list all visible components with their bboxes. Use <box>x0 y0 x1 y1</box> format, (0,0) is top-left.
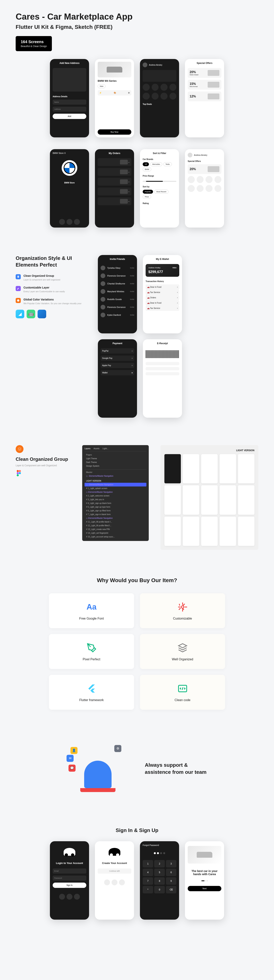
layer-item[interactable]: # 6_Light_sign up filled form <box>84 509 146 512</box>
brand-icon <box>206 176 212 183</box>
feature-desc: Layer & component are well organized <box>24 278 60 282</box>
page-item[interactable]: Design System <box>84 464 146 468</box>
phone-payment: Payment PayPal○ Google Pay○ Apple Pay○ W… <box>98 339 137 418</box>
chip: Popular <box>143 190 153 194</box>
signin-button: Sign In <box>53 883 86 888</box>
layer-item[interactable]: # 2_Light_welcome screen <box>84 494 146 498</box>
keypad-key: 4 <box>143 869 153 876</box>
avatar <box>101 289 105 294</box>
layer-item-selected[interactable]: ◇ Elements/Master Navigation <box>84 483 146 487</box>
artboard[interactable] <box>220 517 236 546</box>
artboard[interactable] <box>201 485 218 514</box>
artboard[interactable] <box>238 485 255 514</box>
artboard[interactable] <box>201 454 218 483</box>
invite-link: Invite <box>130 291 134 293</box>
number-keypad: 123456789*0⌫ <box>143 860 176 893</box>
order-item: → <box>98 188 131 196</box>
phone-wallet: My E-Wallet Andrew AinsleyVISA $299,677 … <box>143 255 182 333</box>
offer-pct: 20% <box>190 167 196 171</box>
artboard[interactable] <box>238 517 255 546</box>
order-item: → <box>98 168 131 176</box>
artboard[interactable] <box>165 454 181 483</box>
order-item: → <box>98 178 131 186</box>
artboards-title: LIGHT VERSION <box>165 449 255 452</box>
artboard[interactable] <box>183 454 199 483</box>
brand-logo-container <box>62 160 77 176</box>
pen-icon <box>86 642 97 654</box>
input-placeholder: Name <box>53 100 86 105</box>
feature-desc: We Popular Color Variation. So you can c… <box>24 302 81 305</box>
keypad-key: 5 <box>154 869 165 876</box>
edit-icon <box>16 286 21 291</box>
layer-item[interactable]: # 4_Light_sign up blank form <box>84 501 146 505</box>
layer-item[interactable]: # 3_Light_lets you in <box>84 498 146 501</box>
email-input: Email <box>53 869 86 873</box>
layer-item[interactable]: # 7_Light_sign in blank form <box>84 512 146 516</box>
layer-item[interactable]: # 11_Light_fill profile blank f... <box>84 520 146 524</box>
svg-point-3 <box>17 472 19 474</box>
keypad-key: 3 <box>166 860 176 867</box>
artboard[interactable] <box>220 485 236 514</box>
svg-point-4 <box>19 472 21 474</box>
artboard[interactable] <box>165 517 181 546</box>
friend-name: Florencio Dorrance <box>107 275 128 277</box>
chip: Price <box>143 195 151 199</box>
signin-section: Sign In & Sign Up Login to Your Account … <box>0 811 274 935</box>
master-header: Master <box>84 469 146 474</box>
order-item: → <box>98 197 131 205</box>
continue-input: Continue with <box>98 869 131 873</box>
brand-icon <box>214 176 222 183</box>
master-item[interactable]: ◇ Elements/Master Navigation <box>84 474 146 478</box>
hero-title: Cares - Car Marketplace App <box>16 12 258 22</box>
add-button: Add <box>53 114 86 119</box>
page-item[interactable]: Dark Theme <box>84 460 146 464</box>
avatar <box>101 297 105 302</box>
Aa-icon: Aa <box>86 601 97 613</box>
section-label: Special Offers <box>188 160 221 162</box>
artboard[interactable] <box>183 517 199 546</box>
bmw-logo-icon <box>63 162 75 174</box>
artboard[interactable] <box>165 485 181 514</box>
layer-item[interactable]: # 5_Light_sign up type form <box>84 505 146 509</box>
artboard[interactable] <box>201 517 218 546</box>
artboard[interactable] <box>238 454 255 483</box>
mockup-row-1: Add New Address Address Details Name Add… <box>0 59 274 149</box>
feature-desc: Every Layer are Customizable to use easi… <box>24 290 65 293</box>
car-thumb <box>207 70 219 76</box>
offer-pct: 12% <box>190 95 196 98</box>
offer-pct: 20% <box>190 70 198 74</box>
screen-title: My E-Wallet <box>146 258 179 261</box>
artboard-grid <box>165 454 255 546</box>
layer-item[interactable]: # 12_Light_fill profile filled f... <box>84 524 146 527</box>
svg-marker-7 <box>179 644 187 648</box>
tab-page[interactable]: Light... <box>103 447 108 450</box>
layer-item[interactable]: ◇ Elements/Master Navigation <box>84 516 146 520</box>
action-btn <box>74 219 80 225</box>
car-thumb <box>207 82 219 88</box>
layer-item[interactable]: # 13_Light_create new PIN <box>84 527 146 531</box>
artboard[interactable] <box>220 454 236 483</box>
chip: Mercedes <box>150 162 162 166</box>
offer-card: 15%New Arrival <box>188 80 221 89</box>
layer-item[interactable]: # 1_Light_splash screen <box>84 487 146 490</box>
store-label: BMW Store <box>53 182 86 184</box>
social-btn <box>67 894 73 900</box>
onboard-car-image <box>188 846 221 864</box>
tab-layers[interactable]: Layers <box>84 447 90 450</box>
layer-item[interactable]: # 15_Light_account setup succ... <box>84 535 146 539</box>
figma-layers-panel[interactable]: Layers Assets Light... Pages Light Theme… <box>82 445 149 541</box>
artboard-canvas[interactable]: LIGHT VERSION <box>160 445 258 550</box>
spec-row: ⚡🎨⚙ <box>98 90 131 95</box>
layer-item[interactable]: # 14_Light_set fingerprint <box>84 531 146 535</box>
layers-badge-icon <box>16 445 24 453</box>
friend-name: Tynisha Obey <box>107 267 128 269</box>
why-label: Clean code <box>148 698 217 702</box>
page-item[interactable]: Light Theme <box>84 457 146 460</box>
apple-icon <box>38 310 46 318</box>
artboard[interactable] <box>183 485 199 514</box>
platform-icons: ◢ 🤖 <box>16 310 86 318</box>
friend-row: Rodolfo GoodeInvite <box>101 295 134 303</box>
layer-item[interactable]: ◇ Elements/Master Navigation <box>84 490 146 494</box>
keypad-key: 2 <box>154 860 165 867</box>
tab-assets[interactable]: Assets <box>93 447 100 450</box>
